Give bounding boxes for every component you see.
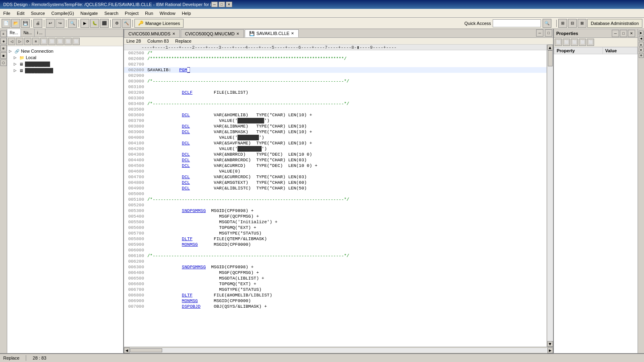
keyword-dcl-8[interactable]: DCL bbox=[182, 174, 190, 180]
close-button[interactable]: ✕ bbox=[226, 2, 232, 7]
keyword-dcl-5[interactable]: DCL bbox=[182, 152, 190, 157]
build-button[interactable]: 🔨 bbox=[122, 19, 131, 28]
keyword-dspobjd[interactable]: DSPOBJD bbox=[182, 304, 200, 309]
quick-access-search-button[interactable]: 🔍 bbox=[543, 19, 551, 28]
left-tab-re[interactable]: Re... bbox=[7, 29, 21, 37]
keyword-dcl-4[interactable]: DCL bbox=[182, 140, 190, 146]
props-close-btn[interactable]: ✕ bbox=[628, 30, 635, 37]
tab-close-2[interactable]: ✕ bbox=[236, 32, 239, 36]
menu-compile[interactable]: Compile(G) bbox=[48, 9, 77, 17]
scroll-right-button[interactable]: ► bbox=[547, 348, 553, 353]
perspective-button-1[interactable]: ⊞ bbox=[558, 19, 567, 28]
editor-tab-cvico500mnudds[interactable]: CVICO500.MNUDDS ✕ bbox=[124, 29, 180, 37]
editor-scrollbar[interactable]: ▲ ▼ bbox=[547, 45, 553, 347]
lt-btn-menu[interactable]: ≡ bbox=[32, 38, 39, 45]
props-btn-1[interactable]: ⬜ bbox=[555, 39, 562, 46]
props-btn-5[interactable]: ⬜ bbox=[587, 39, 594, 46]
tree-item-local[interactable]: ▷ 📁 Local bbox=[7, 54, 123, 61]
props-btn-3[interactable]: ⬜ bbox=[571, 39, 578, 46]
props-minimize-btn[interactable]: ─ bbox=[612, 30, 619, 37]
keyword-dcl-7[interactable]: DCL bbox=[182, 163, 190, 169]
scroll-left-button[interactable]: ◄ bbox=[124, 348, 130, 353]
expand-icon-local[interactable]: ▷ bbox=[14, 56, 19, 60]
minimize-button[interactable]: ─ bbox=[211, 2, 218, 7]
rs-icon-2[interactable]: ◀ bbox=[639, 36, 644, 41]
keyword-dcl-10[interactable]: DCL bbox=[182, 185, 190, 191]
menu-search[interactable]: Search bbox=[101, 9, 122, 17]
menu-edit[interactable]: Edit bbox=[14, 9, 28, 17]
lt-btn-7[interactable]: ⬜ bbox=[56, 38, 64, 45]
keyword-sndpgmmsg-1[interactable]: SNDPGMMSG bbox=[182, 208, 206, 214]
editor-tab-cvico500qqmnucmd[interactable]: CVICO500QQ.MNUCMD ✕ bbox=[181, 29, 244, 37]
menu-navigate[interactable]: Navigate bbox=[77, 9, 101, 17]
menu-run[interactable]: Run bbox=[142, 9, 156, 17]
scroll-thumb[interactable] bbox=[548, 50, 553, 66]
tab-close-1[interactable]: ✕ bbox=[172, 32, 175, 36]
perspective-button-2[interactable]: ⊟ bbox=[568, 19, 577, 28]
expand-icon-sys1[interactable]: ▷ bbox=[14, 62, 19, 66]
menu-project[interactable]: Project bbox=[122, 9, 142, 17]
db-admin-button[interactable]: Database Administration bbox=[587, 19, 642, 28]
lt-btn-2[interactable]: ▷ bbox=[16, 38, 23, 45]
new-button[interactable]: 📄 bbox=[2, 19, 10, 28]
search-button[interactable]: 🔍 bbox=[68, 19, 77, 28]
lt-btn-6[interactable]: ⬜ bbox=[48, 38, 56, 45]
lt-btn-8[interactable]: ⬜ bbox=[64, 38, 72, 45]
props-btn-2[interactable]: ⬜ bbox=[563, 39, 570, 46]
keyword-pgm[interactable]: PGM bbox=[179, 67, 187, 73]
tree-item-system2[interactable]: ▷ 🖥 █████████ bbox=[7, 67, 123, 74]
perspective-button-3[interactable]: ⊠ bbox=[578, 19, 586, 28]
scroll-up-button[interactable]: ▲ bbox=[547, 45, 553, 50]
lt-btn-5[interactable]: ⬜ bbox=[40, 38, 47, 45]
compile-button[interactable]: ⚙ bbox=[112, 19, 121, 28]
sidebar-icon-1[interactable]: ≡ bbox=[0, 31, 7, 37]
sidebar-icon-5[interactable]: ⬡ bbox=[0, 60, 7, 66]
menu-file[interactable]: File bbox=[0, 9, 14, 17]
keyword-dcl-3[interactable]: DCL bbox=[182, 129, 190, 135]
props-maximize-btn[interactable]: □ bbox=[620, 30, 627, 37]
editor-maximize-btn[interactable]: □ bbox=[545, 29, 552, 37]
keyword-dcl-6[interactable]: DCL bbox=[182, 157, 190, 163]
lt-btn-9[interactable]: ⬜ bbox=[72, 38, 80, 45]
rs-icon-5[interactable]: ⊕ bbox=[639, 53, 644, 58]
keyword-dcl-2[interactable]: DCL bbox=[182, 123, 190, 129]
redo-button[interactable]: ↪ bbox=[56, 19, 64, 28]
run-button[interactable]: ▶ bbox=[80, 19, 89, 28]
props-btn-4[interactable]: ⬜ bbox=[579, 39, 586, 46]
open-button[interactable]: 📂 bbox=[11, 19, 20, 28]
keyword-dcl-1[interactable]: DCL bbox=[182, 112, 190, 118]
keyword-dcl-9[interactable]: DCL bbox=[182, 180, 190, 185]
tree-item-new-connection[interactable]: ▷ 🔗 New Connection bbox=[7, 48, 123, 54]
expand-icon[interactable]: ▷ bbox=[9, 49, 14, 53]
rs-icon-1[interactable]: ▶ bbox=[639, 31, 644, 35]
maximize-button[interactable]: □ bbox=[219, 2, 225, 7]
sidebar-icon-4[interactable]: ◉ bbox=[0, 52, 7, 59]
rs-icon-3[interactable]: ▲ bbox=[639, 42, 644, 47]
left-tab-na[interactable]: Na... bbox=[21, 29, 35, 37]
undo-button[interactable]: ↩ bbox=[46, 19, 55, 28]
editor-minimize-btn[interactable]: ─ bbox=[536, 29, 543, 37]
debug-button[interactable]: 🐛 bbox=[90, 19, 99, 28]
left-tab-i[interactable]: i ... bbox=[35, 29, 45, 37]
keyword-sndpgmmsg-2[interactable]: SNDPGMMSG bbox=[182, 264, 206, 270]
lt-btn-refresh[interactable]: ⟳ bbox=[24, 38, 31, 45]
lt-btn-1[interactable]: ◁ bbox=[8, 38, 15, 45]
keyword-dltf-1[interactable]: DLTF bbox=[182, 236, 192, 242]
quick-access-input[interactable] bbox=[493, 19, 541, 27]
keyword-dltf-2[interactable]: DLTF bbox=[182, 292, 192, 298]
sidebar-icon-2[interactable]: ◈ bbox=[0, 38, 7, 44]
keyword-dclf[interactable]: DCLF bbox=[182, 90, 192, 95]
menu-window[interactable]: Window bbox=[157, 9, 179, 17]
editor-tab-savaklib[interactable]: 💾 SAVAKLIB.CLLE ✕ bbox=[245, 29, 299, 37]
sidebar-icon-3[interactable]: ⊕ bbox=[0, 45, 7, 51]
code-area[interactable]: ----+----1----+----2----+----3----+----4… bbox=[124, 45, 547, 347]
print-button[interactable]: 🖨 bbox=[33, 19, 42, 28]
h-scroll-thumb[interactable] bbox=[130, 348, 162, 352]
scroll-down-button[interactable]: ▼ bbox=[547, 341, 553, 347]
manage-licenses-button[interactable]: 🔑 Manage Licenses bbox=[134, 19, 184, 28]
tree-item-system1[interactable]: ▷ 🖥 ████████ bbox=[7, 61, 123, 67]
tab-close-3[interactable]: ✕ bbox=[291, 31, 294, 35]
keyword-monmsg-2[interactable]: MONMSG bbox=[182, 298, 198, 304]
rs-icon-4[interactable]: ▼ bbox=[639, 47, 644, 52]
save-button[interactable]: 💾 bbox=[21, 19, 30, 28]
